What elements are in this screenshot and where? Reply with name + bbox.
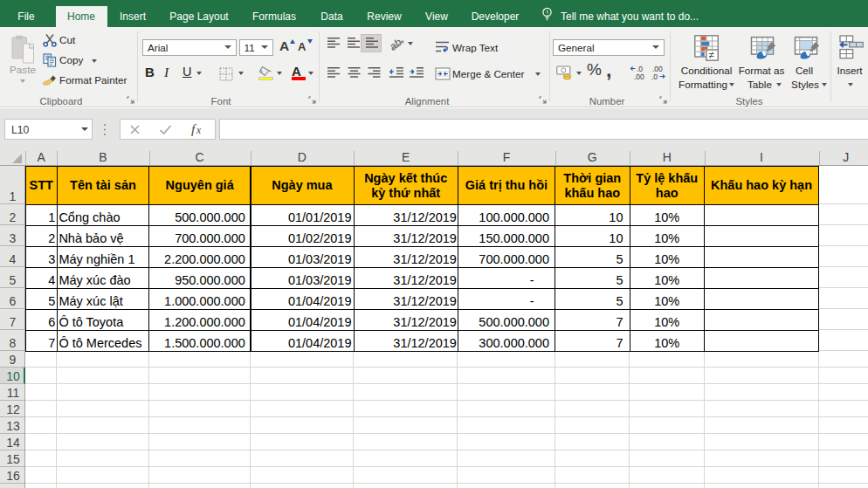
svg-text:.0: .0: [651, 72, 658, 81]
svg-text:.00: .00: [634, 72, 644, 81]
svg-text:≠: ≠: [709, 50, 714, 60]
